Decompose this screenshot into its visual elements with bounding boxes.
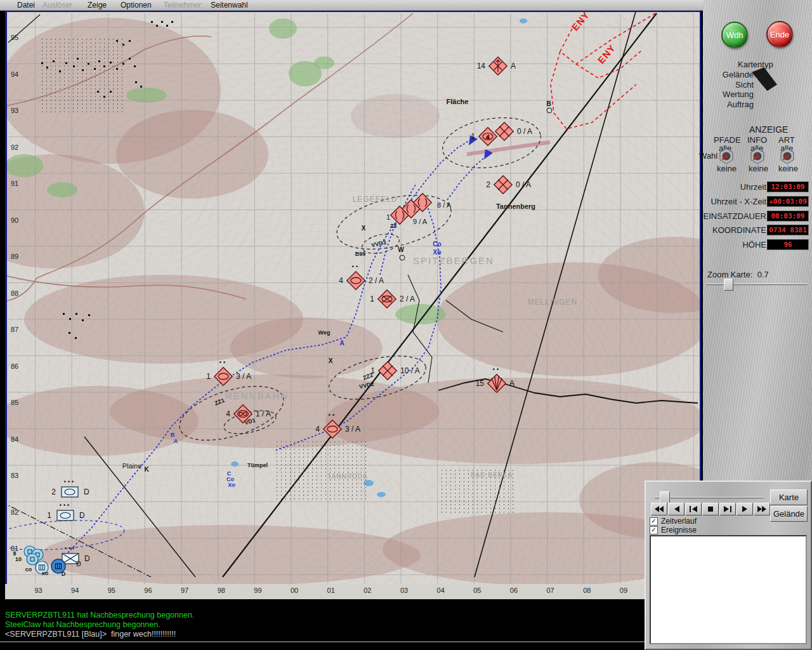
map-point-marker: B [546, 100, 551, 107]
zeitverlauf-checkbox[interactable]: ✓ [650, 517, 658, 526]
menu-optionen[interactable]: Optionen [121, 1, 152, 10]
play-forward-button[interactable] [737, 503, 753, 515]
ende-button[interactable]: Ende [766, 21, 793, 48]
unit-symbol-red[interactable]: ••13 / A [211, 364, 235, 388]
timeline-slider-thumb[interactable] [660, 491, 670, 504]
unit-symbol-red[interactable]: 12 / A [375, 287, 399, 311]
kartentyp-option-auftrag[interactable]: Auftrag [727, 100, 754, 109]
menu-bar: Datei Auslöser Zeige Optionen Teilnehmer… [0, 0, 703, 11]
x-axis-label: 93 [34, 587, 42, 594]
event-listbox[interactable] [650, 535, 807, 644]
building-mark [103, 65, 105, 67]
map-label: Tümpel [247, 462, 268, 468]
unit-symbol-red[interactable]: 41 / A [231, 402, 255, 426]
stop-button[interactable] [702, 503, 719, 515]
unit-symbol-blue[interactable] [50, 558, 67, 574]
map-label: Tannenberg [496, 202, 535, 210]
building-mark [156, 25, 158, 27]
building-mark [98, 60, 100, 62]
zeitverlauf-label: Zeitverlauf [661, 517, 697, 526]
ereignisse-checkbox[interactable]: ✓ [650, 526, 658, 534]
kartentyp-option-gelaende[interactable]: Gelände [723, 70, 754, 79]
map-point-marker: W [398, 246, 403, 253]
unit-symbol-blue[interactable]: •••2D [57, 485, 82, 499]
building-mark [116, 68, 118, 70]
play-backward-button[interactable] [668, 503, 684, 515]
karte-button[interactable]: Karte [770, 489, 808, 505]
x-axis-label: 95 [108, 587, 115, 594]
map-label: VVD3 [370, 239, 386, 249]
pfade-knob[interactable] [718, 148, 735, 164]
map-symbol-layer: 95949392919089888786858483828114A410 / A… [7, 12, 701, 599]
unit-symbol-red[interactable] [410, 190, 435, 215]
unit-symbol-red[interactable]: 14A [486, 54, 510, 78]
art-knob[interactable] [779, 148, 796, 164]
gelaende-button[interactable]: Gelände [770, 506, 808, 522]
chat-separator [0, 641, 645, 642]
building-mark [129, 58, 131, 60]
map-label: Co [226, 476, 234, 482]
x-axis-label: 02 [363, 587, 371, 594]
kartentyp-option-wertung[interactable]: Wertung [723, 90, 754, 99]
einsatzdauer-label: EINSATZDAUER [704, 211, 766, 221]
anzeige-info-keine: keine [749, 164, 768, 173]
map-label: Co [433, 241, 441, 248]
map-point-ring [400, 255, 405, 261]
chat-log: SERVERPZBTL911 hat Nachbesprechung begon… [0, 599, 645, 650]
app-window: { "menu": { "items": [ {"label":"Datei",… [0, 0, 812, 650]
x-axis-label: 98 [218, 587, 225, 594]
zoom-slider-track[interactable] [706, 284, 808, 285]
map-label: 8 / A [437, 201, 451, 209]
xzeit-value: +00:03:09 [767, 196, 809, 207]
y-axis-label: 81 [11, 545, 18, 552]
unit-symbol-red[interactable]: ••15A [485, 371, 509, 395]
x-axis-label: 01 [327, 587, 335, 594]
menu-datei[interactable]: Datei [17, 1, 35, 10]
map-label: Fläche [447, 98, 469, 105]
wdh-button[interactable]: Wdh [721, 22, 748, 48]
x-axis-label: 06 [510, 587, 518, 594]
map-label: A [174, 438, 178, 444]
fast-forward-button[interactable] [754, 503, 770, 515]
building-mark [140, 86, 142, 88]
building-mark [134, 65, 136, 67]
unit-symbol-red[interactable]: 110 / A [376, 359, 400, 383]
unit-symbol-red[interactable]: 0 / A [492, 119, 516, 143]
unit-symbol-blue[interactable] [34, 560, 49, 575]
info-knob[interactable] [749, 148, 766, 164]
playback-panel: Karte Gelände ✓ Zeitverlauf ✓ Ereignisse [645, 481, 812, 650]
unit-symbol-red[interactable]: ••42 / A [344, 269, 368, 293]
unit-symbol-red[interactable]: ••43 / A [320, 417, 344, 441]
building-mark [65, 62, 67, 64]
building-mark [82, 319, 84, 321]
unit-symbol-red[interactable]: 20 / A [491, 173, 515, 197]
building-mark [166, 25, 168, 27]
anzeige-art-keine: keine [778, 164, 798, 173]
unit-symbol-blue[interactable]: •••1D [53, 508, 78, 522]
y-axis-label: 88 [11, 289, 18, 297]
map-viewport[interactable]: 95949392919089888786858483828114A410 / A… [5, 10, 701, 599]
map-label: B [171, 432, 175, 438]
building-mark [110, 62, 112, 63]
building-mark [77, 58, 79, 60]
map-label: C [227, 470, 232, 477]
building-mark [69, 318, 71, 320]
y-axis-label: 82 [11, 508, 18, 516]
x-axis-label: 03 [400, 587, 408, 594]
menu-seitenwahl[interactable]: Seitenwahl [211, 1, 248, 10]
timeline-slider-track[interactable] [655, 497, 764, 498]
anzeige-pfade-keine: keine [717, 164, 737, 173]
y-axis-label: 94 [11, 70, 18, 78]
building-mark [69, 332, 70, 334]
building-mark [88, 63, 89, 65]
map-label: Weg [318, 329, 331, 336]
menu-zeige[interactable]: Zeige [88, 1, 107, 10]
chat-line: <SERVERPZBTL911 [Blau]> finger wech!!!!!… [5, 630, 176, 639]
step-to-start-button[interactable] [685, 503, 702, 515]
rewind-button[interactable] [651, 503, 667, 515]
zoom-slider-thumb[interactable] [724, 279, 733, 291]
x-axis-label: 09 [620, 587, 627, 594]
map-x-axis: 9394959697989900010203040506070809 [5, 584, 701, 599]
building-mark [110, 91, 112, 93]
step-to-end-button[interactable] [719, 503, 736, 515]
